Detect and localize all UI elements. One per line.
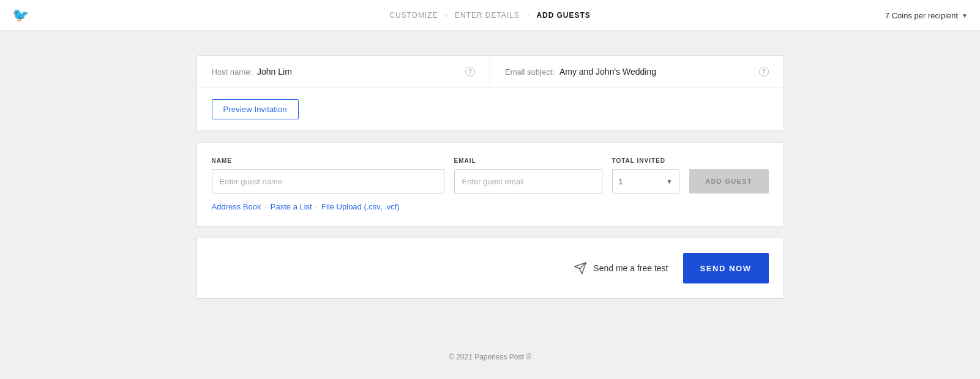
main-content: Host name: John Lim ? Email subject: Amy… — [184, 31, 796, 334]
email-subject-value: Amy and John's Wedding — [559, 67, 656, 77]
host-email-row: Host name: John Lim ? Email subject: Amy… — [197, 56, 784, 88]
name-column: NAME — [212, 157, 444, 193]
footer-copyright: © 2021 Paperless Post ® — [449, 353, 531, 361]
header: 🐦 CUSTOMIZE › ENTER DETAILS › ADD GUESTS… — [0, 0, 980, 31]
host-name-cell: Host name: John Lim ? — [197, 56, 491, 88]
footer: © 2021 Paperless Post ® — [0, 334, 980, 373]
links-row: Address Book · Paste a List · File Uploa… — [212, 202, 769, 211]
guest-email-input[interactable] — [454, 169, 602, 193]
nav-chevron-2: › — [527, 12, 529, 19]
paper-plane-icon — [574, 261, 587, 275]
total-select-wrap: 1 2 3 4 5 ▼ — [612, 169, 679, 193]
host-name-label: Host name: — [212, 67, 252, 77]
email-col-label: EMAIL — [454, 157, 602, 164]
send-test-section[interactable]: Send me a free test — [574, 261, 668, 275]
nav-step-add-guests[interactable]: ADD GUESTS — [536, 11, 590, 20]
coins-info[interactable]: 7 Coins per recipient ▼ — [885, 10, 968, 20]
dot-separator-2: · — [316, 203, 318, 211]
host-name-help-icon[interactable]: ? — [465, 67, 475, 77]
guests-form-header: NAME EMAIL TOTAL INVITED 1 2 3 4 5 ▼ — [212, 157, 769, 193]
host-name-value: John Lim — [257, 67, 292, 77]
guests-card: NAME EMAIL TOTAL INVITED 1 2 3 4 5 ▼ — [196, 142, 784, 227]
file-upload-link[interactable]: File Upload (.csv, .vcf) — [321, 202, 400, 211]
total-invited-select[interactable]: 1 2 3 4 5 — [619, 177, 667, 186]
email-subject-label: Email subject: — [505, 67, 555, 77]
guest-name-input[interactable] — [212, 169, 444, 193]
preview-section: Preview Invitation — [197, 88, 784, 130]
send-test-label: Send me a free test — [593, 263, 668, 273]
send-now-button[interactable]: SEND NOW — [683, 253, 769, 283]
dot-separator-1: · — [264, 203, 266, 211]
send-card: Send me a free test SEND NOW — [196, 238, 784, 299]
host-email-card: Host name: John Lim ? Email subject: Amy… — [196, 55, 784, 131]
coins-dropdown-arrow: ▼ — [962, 12, 968, 18]
preview-invitation-button[interactable]: Preview Invitation — [212, 99, 299, 119]
name-col-label: NAME — [212, 157, 444, 164]
total-col-label: TOTAL INVITED — [612, 157, 679, 164]
paste-list-link[interactable]: Paste a List — [271, 202, 312, 211]
email-subject-help-icon[interactable]: ? — [759, 67, 769, 77]
nav-steps: CUSTOMIZE › ENTER DETAILS › ADD GUESTS — [389, 11, 590, 20]
email-subject-cell: Email subject: Amy and John's Wedding ? — [490, 56, 784, 88]
action-column: ADD GUEST — [689, 157, 769, 193]
nav-chevron-1: › — [445, 12, 447, 19]
select-arrow-icon: ▼ — [667, 178, 673, 185]
add-guest-button[interactable]: ADD GUEST — [689, 169, 769, 193]
email-column: EMAIL — [454, 157, 602, 193]
nav-step-enter-details[interactable]: ENTER DETAILS — [455, 11, 520, 20]
address-book-link[interactable]: Address Book — [212, 202, 261, 211]
total-column: TOTAL INVITED 1 2 3 4 5 ▼ — [612, 157, 679, 193]
nav-step-customize[interactable]: CUSTOMIZE — [389, 11, 438, 20]
coins-label: 7 Coins per recipient — [885, 10, 958, 20]
logo: 🐦 — [12, 9, 29, 22]
